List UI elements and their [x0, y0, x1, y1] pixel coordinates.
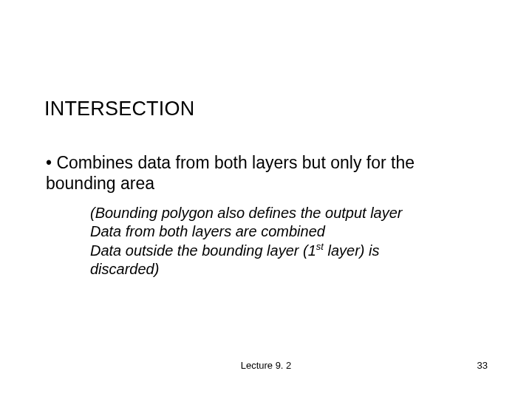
bullet-item: • Combines data from both layers but onl…: [46, 152, 415, 194]
bullet-text-line1: Combines data from both layers but only …: [56, 153, 415, 172]
bullet-marker: •: [46, 153, 52, 172]
footer-center: Lecture 9. 2: [0, 360, 532, 371]
slide-title: INTERSECTION: [44, 98, 194, 120]
sub-line-3-post: layer) is: [324, 242, 380, 259]
ordinal-suffix: st: [316, 241, 324, 252]
sub-line-3: Data outside the bounding layer (1st lay…: [90, 241, 403, 260]
sub-line-4: discarded): [90, 260, 403, 279]
page-number: 33: [477, 360, 488, 371]
sub-block: (Bounding polygon also defines the outpu…: [90, 204, 403, 279]
sub-line-2: Data from both layers are combined: [90, 222, 403, 241]
slide: INTERSECTION • Combines data from both l…: [0, 0, 532, 399]
bullet-text-line2: bounding area: [46, 174, 154, 193]
sub-line-3-pre: Data outside the bounding layer (1: [90, 242, 316, 259]
sub-line-1: (Bounding polygon also defines the outpu…: [90, 204, 403, 222]
